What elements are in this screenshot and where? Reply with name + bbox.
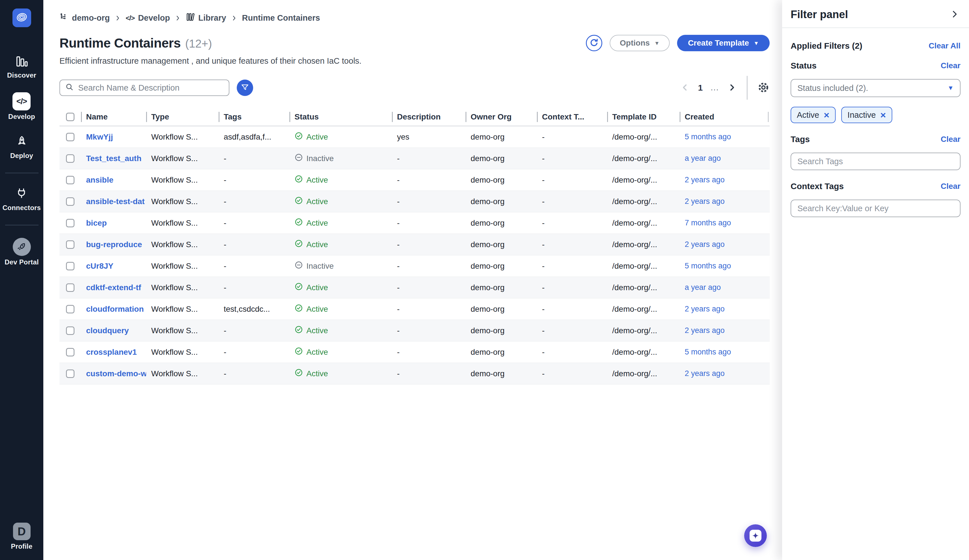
breadcrumb-develop[interactable]: </> Develop (126, 13, 170, 23)
row-context-tags: - (537, 326, 607, 335)
column-header[interactable]: Description (392, 108, 466, 126)
row-checkbox[interactable] (66, 219, 75, 227)
row-checkbox[interactable] (66, 326, 75, 335)
context-tags-search-input[interactable] (791, 199, 961, 217)
row-context-tags: - (537, 348, 607, 357)
filter-toggle-button[interactable] (237, 80, 253, 96)
column-header[interactable]: Status (290, 108, 392, 126)
row-checkbox[interactable] (66, 197, 75, 206)
minus-circle-icon (295, 153, 303, 164)
remove-chip-icon[interactable]: × (824, 110, 829, 120)
row-description: yes (392, 133, 466, 141)
chip-label: Active (797, 110, 819, 120)
table-row: cloudquery Workflow S... - Active - demo… (60, 320, 770, 341)
avatar: D (13, 523, 31, 540)
search-input[interactable] (78, 83, 224, 93)
tags-clear-button[interactable]: Clear (941, 135, 961, 144)
column-header[interactable]: Name (81, 108, 146, 126)
row-name-link[interactable]: cUr8JY (81, 262, 146, 271)
clear-all-button[interactable]: Clear All (929, 42, 961, 50)
row-status-badge: Active (290, 239, 392, 250)
row-description: - (392, 176, 466, 184)
row-name-link[interactable]: ansible-test-dat (81, 197, 146, 206)
status-label: Active (306, 326, 328, 335)
context-tags-clear-button[interactable]: Clear (941, 182, 961, 191)
column-header[interactable]: Type (146, 108, 219, 126)
row-checkbox-cell (60, 369, 81, 378)
refresh-button[interactable] (586, 35, 602, 51)
column-header[interactable]: Owner Org (466, 108, 537, 126)
row-name-link[interactable]: crossplanev1 (81, 348, 146, 357)
row-checkbox[interactable] (66, 154, 75, 163)
column-header[interactable]: Context T... (537, 108, 607, 126)
table-row: crossplanev1 Workflow S... - Active - de… (60, 341, 770, 363)
row-type: Workflow S... (146, 176, 219, 184)
row-tags: - (219, 348, 290, 357)
ai-assistant-button[interactable] (744, 524, 767, 547)
create-template-button[interactable]: Create Template ▼ (677, 35, 770, 51)
row-owner-org: demo-org (466, 262, 537, 271)
options-button[interactable]: Options ▼ (609, 35, 670, 51)
select-all-checkbox[interactable] (66, 113, 75, 121)
row-name-link[interactable]: Test_test_auth (81, 154, 146, 163)
gear-icon (757, 81, 770, 95)
row-context-tags: - (537, 176, 607, 184)
pagination-ellipsis: ... (711, 83, 719, 92)
row-checkbox[interactable] (66, 305, 75, 313)
row-name-link[interactable]: cloudformation (81, 305, 146, 314)
row-checkbox[interactable] (66, 176, 75, 184)
sidebar-item-develop[interactable]: </> Develop (8, 92, 35, 121)
row-name-link[interactable]: bug-reproduce (81, 240, 146, 249)
row-name-link[interactable]: custom-demo-w (81, 369, 146, 378)
pagination-prev-button[interactable] (680, 82, 690, 93)
row-status-badge: Active (290, 174, 392, 185)
column-header[interactable]: Created (679, 108, 770, 126)
plug-icon (15, 186, 28, 201)
chevron-down-icon: ▼ (754, 40, 759, 46)
status-clear-button[interactable]: Clear (941, 61, 961, 70)
app-logo[interactable] (12, 8, 31, 27)
filter-chip-inactive: Inactive × (841, 107, 892, 123)
row-name-link[interactable]: MkwYjj (81, 133, 146, 141)
remove-chip-icon[interactable]: × (881, 110, 886, 120)
rocket-badge-icon (13, 238, 31, 256)
pagination-current-page[interactable]: 1 (698, 83, 703, 93)
sidebar-item-profile[interactable]: D Profile (11, 523, 32, 550)
row-name-link[interactable]: cdktf-extend-tf (81, 283, 146, 292)
check-circle-icon (295, 196, 303, 207)
row-status-badge: Active (290, 368, 392, 379)
row-checkbox[interactable] (66, 133, 75, 141)
row-created: 5 months ago (679, 133, 770, 141)
sidebar-item-deploy[interactable]: Deploy (10, 134, 33, 160)
breadcrumb-label: Library (198, 13, 226, 23)
tags-search-input[interactable] (791, 153, 961, 170)
row-checkbox[interactable] (66, 262, 75, 270)
row-status-badge: Active (290, 347, 392, 357)
column-header[interactable]: Template ID (607, 108, 679, 126)
row-context-tags: - (537, 219, 607, 228)
collapse-panel-button[interactable] (950, 9, 959, 20)
row-checkbox[interactable] (66, 283, 75, 292)
row-name-link[interactable]: cloudquery (81, 326, 146, 335)
sidebar-item-dev-portal[interactable]: Dev Portal (5, 238, 39, 266)
row-name-link[interactable]: ansible (81, 176, 146, 184)
sidebar-item-discover[interactable]: Discover (7, 53, 36, 79)
row-checkbox[interactable] (66, 240, 75, 249)
table-row: Test_test_auth Workflow S... - Inactive … (60, 148, 770, 169)
sidebar-divider (5, 225, 38, 225)
row-checkbox[interactable] (66, 348, 75, 356)
row-checkbox[interactable] (66, 369, 75, 378)
column-header[interactable]: Tags (219, 108, 290, 126)
breadcrumb-org[interactable]: demo-org (60, 12, 110, 23)
sidebar-item-connectors[interactable]: Connectors (3, 186, 41, 212)
sidebar-item-label: Discover (7, 71, 36, 79)
breadcrumb-library[interactable]: Library (186, 12, 226, 23)
row-status-badge: Active (290, 132, 392, 142)
pagination-next-button[interactable] (727, 82, 737, 93)
status-select[interactable]: Status included (2). ▼ (791, 79, 961, 97)
table-settings-button[interactable] (757, 81, 770, 95)
table-row: MkwYjj Workflow S... asdf,asdfa,f... Act… (60, 126, 770, 148)
row-template-id: /demo-org/... (607, 369, 679, 378)
row-name-link[interactable]: bicep (81, 219, 146, 228)
row-template-id: /demo-org/... (607, 240, 679, 249)
